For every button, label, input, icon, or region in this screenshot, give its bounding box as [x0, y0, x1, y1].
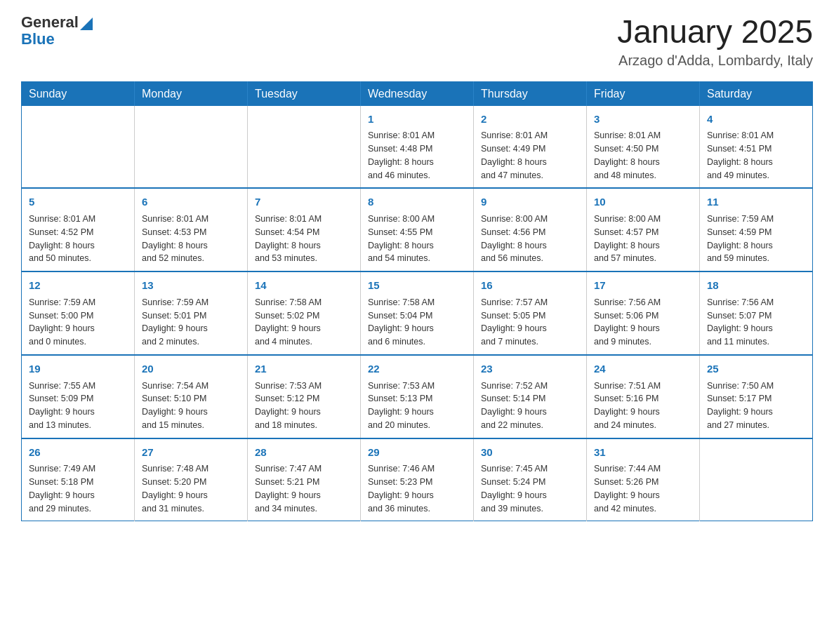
day-number: 31 [594, 445, 692, 460]
day-number: 5 [29, 194, 127, 210]
calendar-table: SundayMondayTuesdayWednesdayThursdayFrid… [21, 81, 813, 522]
day-number: 30 [481, 445, 579, 460]
day-info: Sunrise: 7:53 AM Sunset: 5:13 PM Dayligh… [368, 380, 466, 432]
day-number: 19 [29, 361, 127, 377]
day-info: Sunrise: 7:55 AM Sunset: 5:09 PM Dayligh… [29, 380, 127, 432]
day-number: 4 [707, 112, 805, 127]
day-info: Sunrise: 7:59 AM Sunset: 5:01 PM Dayligh… [142, 296, 240, 349]
calendar-cell: 17Sunrise: 7:56 AM Sunset: 5:06 PM Dayli… [587, 271, 700, 355]
calendar-header-row: SundayMondayTuesdayWednesdayThursdayFrid… [22, 81, 813, 106]
day-number: 21 [255, 361, 353, 377]
weekday-header-sunday: Sunday [22, 81, 135, 106]
day-number: 3 [594, 112, 692, 127]
calendar-week-row: 5Sunrise: 8:01 AM Sunset: 4:52 PM Daylig… [22, 188, 813, 271]
logo-general-text: General [21, 14, 79, 31]
weekday-header-saturday: Saturday [700, 81, 813, 106]
day-number: 7 [255, 194, 353, 210]
weekday-header-friday: Friday [587, 81, 700, 106]
day-number: 6 [142, 194, 240, 210]
calendar-cell [248, 106, 361, 189]
day-info: Sunrise: 7:56 AM Sunset: 5:06 PM Dayligh… [594, 296, 692, 349]
calendar-cell: 19Sunrise: 7:55 AM Sunset: 5:09 PM Dayli… [22, 355, 135, 438]
day-info: Sunrise: 8:00 AM Sunset: 4:56 PM Dayligh… [481, 213, 579, 265]
calendar-cell: 27Sunrise: 7:48 AM Sunset: 5:20 PM Dayli… [135, 438, 248, 521]
day-number: 17 [594, 278, 692, 293]
day-number: 20 [142, 361, 240, 377]
day-number: 1 [368, 112, 466, 127]
day-info: Sunrise: 7:58 AM Sunset: 5:04 PM Dayligh… [368, 296, 466, 349]
day-info: Sunrise: 7:58 AM Sunset: 5:02 PM Dayligh… [255, 296, 353, 349]
calendar-cell: 26Sunrise: 7:49 AM Sunset: 5:18 PM Dayli… [22, 438, 135, 521]
day-number: 15 [368, 278, 466, 293]
day-number: 28 [255, 445, 353, 460]
day-number: 11 [707, 194, 805, 210]
calendar-cell: 23Sunrise: 7:52 AM Sunset: 5:14 PM Dayli… [474, 355, 587, 438]
day-info: Sunrise: 7:49 AM Sunset: 5:18 PM Dayligh… [29, 462, 127, 515]
day-number: 18 [707, 278, 805, 293]
calendar-cell: 16Sunrise: 7:57 AM Sunset: 5:05 PM Dayli… [474, 271, 587, 355]
day-number: 2 [481, 112, 579, 127]
calendar-cell: 1Sunrise: 8:01 AM Sunset: 4:48 PM Daylig… [361, 106, 474, 189]
calendar-cell: 28Sunrise: 7:47 AM Sunset: 5:21 PM Dayli… [248, 438, 361, 521]
calendar-cell: 7Sunrise: 8:01 AM Sunset: 4:54 PM Daylig… [248, 188, 361, 271]
calendar-cell: 30Sunrise: 7:45 AM Sunset: 5:24 PM Dayli… [474, 438, 587, 521]
month-title: January 2025 [617, 14, 813, 50]
day-info: Sunrise: 7:57 AM Sunset: 5:05 PM Dayligh… [481, 296, 579, 349]
title-section: January 2025 Arzago d'Adda, Lombardy, It… [617, 14, 813, 69]
calendar-week-row: 19Sunrise: 7:55 AM Sunset: 5:09 PM Dayli… [22, 355, 813, 438]
day-info: Sunrise: 7:47 AM Sunset: 5:21 PM Dayligh… [255, 462, 353, 515]
day-info: Sunrise: 7:52 AM Sunset: 5:14 PM Dayligh… [481, 380, 579, 432]
calendar-cell: 14Sunrise: 7:58 AM Sunset: 5:02 PM Dayli… [248, 271, 361, 355]
calendar-cell: 29Sunrise: 7:46 AM Sunset: 5:23 PM Dayli… [361, 438, 474, 521]
day-number: 29 [368, 445, 466, 460]
calendar-cell: 11Sunrise: 7:59 AM Sunset: 4:59 PM Dayli… [700, 188, 813, 271]
day-info: Sunrise: 8:01 AM Sunset: 4:52 PM Dayligh… [29, 213, 127, 265]
weekday-header-thursday: Thursday [474, 81, 587, 106]
weekday-header-wednesday: Wednesday [361, 81, 474, 106]
calendar-cell: 3Sunrise: 8:01 AM Sunset: 4:50 PM Daylig… [587, 106, 700, 189]
calendar-cell [22, 106, 135, 189]
day-info: Sunrise: 8:01 AM Sunset: 4:50 PM Dayligh… [594, 129, 692, 182]
day-number: 25 [707, 361, 805, 377]
calendar-cell: 12Sunrise: 7:59 AM Sunset: 5:00 PM Dayli… [22, 271, 135, 355]
calendar-cell: 5Sunrise: 8:01 AM Sunset: 4:52 PM Daylig… [22, 188, 135, 271]
logo-triangle-icon [80, 16, 93, 30]
day-info: Sunrise: 8:00 AM Sunset: 4:55 PM Dayligh… [368, 213, 466, 265]
calendar-week-row: 26Sunrise: 7:49 AM Sunset: 5:18 PM Dayli… [22, 438, 813, 521]
location-text: Arzago d'Adda, Lombardy, Italy [617, 53, 813, 69]
svg-marker-0 [80, 18, 93, 30]
page-header: General Blue January 2025 Arzago d'Adda,… [21, 14, 813, 69]
day-info: Sunrise: 8:01 AM Sunset: 4:53 PM Dayligh… [142, 213, 240, 265]
calendar-cell: 6Sunrise: 8:01 AM Sunset: 4:53 PM Daylig… [135, 188, 248, 271]
calendar-cell [700, 438, 813, 521]
day-info: Sunrise: 7:50 AM Sunset: 5:17 PM Dayligh… [707, 380, 805, 432]
weekday-header-tuesday: Tuesday [248, 81, 361, 106]
calendar-cell [135, 106, 248, 189]
calendar-cell: 20Sunrise: 7:54 AM Sunset: 5:10 PM Dayli… [135, 355, 248, 438]
calendar-cell: 10Sunrise: 8:00 AM Sunset: 4:57 PM Dayli… [587, 188, 700, 271]
day-info: Sunrise: 7:48 AM Sunset: 5:20 PM Dayligh… [142, 462, 240, 515]
day-info: Sunrise: 7:44 AM Sunset: 5:26 PM Dayligh… [594, 462, 692, 515]
day-number: 14 [255, 278, 353, 293]
day-number: 9 [481, 194, 579, 210]
calendar-cell: 31Sunrise: 7:44 AM Sunset: 5:26 PM Dayli… [587, 438, 700, 521]
logo-blue-text: Blue [21, 30, 55, 48]
day-info: Sunrise: 7:53 AM Sunset: 5:12 PM Dayligh… [255, 380, 353, 432]
day-info: Sunrise: 7:51 AM Sunset: 5:16 PM Dayligh… [594, 380, 692, 432]
day-number: 22 [368, 361, 466, 377]
weekday-header-monday: Monday [135, 81, 248, 106]
calendar-cell: 8Sunrise: 8:00 AM Sunset: 4:55 PM Daylig… [361, 188, 474, 271]
day-number: 13 [142, 278, 240, 293]
calendar-cell: 24Sunrise: 7:51 AM Sunset: 5:16 PM Dayli… [587, 355, 700, 438]
day-number: 24 [594, 361, 692, 377]
calendar-cell: 4Sunrise: 8:01 AM Sunset: 4:51 PM Daylig… [700, 106, 813, 189]
day-info: Sunrise: 7:59 AM Sunset: 4:59 PM Dayligh… [707, 213, 805, 265]
logo: General Blue [21, 14, 93, 48]
day-number: 10 [594, 194, 692, 210]
day-info: Sunrise: 7:46 AM Sunset: 5:23 PM Dayligh… [368, 462, 466, 515]
day-info: Sunrise: 8:01 AM Sunset: 4:49 PM Dayligh… [481, 129, 579, 182]
calendar-week-row: 12Sunrise: 7:59 AM Sunset: 5:00 PM Dayli… [22, 271, 813, 355]
calendar-week-row: 1Sunrise: 8:01 AM Sunset: 4:48 PM Daylig… [22, 106, 813, 189]
day-info: Sunrise: 8:01 AM Sunset: 4:54 PM Dayligh… [255, 213, 353, 265]
day-number: 23 [481, 361, 579, 377]
